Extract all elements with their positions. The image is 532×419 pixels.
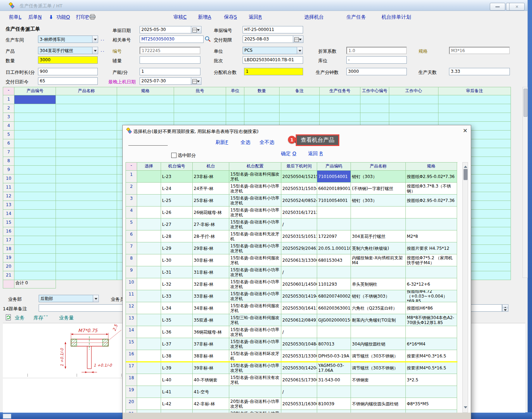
product-name-cell[interactable]: 内螺纹轴套-X向绣框前支架 M4 <box>351 254 406 266</box>
machine-config-cell[interactable]: 15型名扬-自动送料小功率攻牙机 <box>229 242 281 254</box>
machine-code-cell[interactable]: L-37 <box>161 338 193 350</box>
grid-cell[interactable] <box>56 271 117 280</box>
grid-cell[interactable] <box>56 122 117 131</box>
machine-grid-scrollbar[interactable] <box>462 162 468 413</box>
spec-cell[interactable]: 按图纸Φ3.7*8.3（不锈钢） <box>406 183 457 195</box>
audit-button[interactable]: 审核C <box>173 14 187 20</box>
prod-days-input[interactable]: 3.33 <box>449 68 510 75</box>
machine-column-header[interactable]: 产品编码 <box>317 163 351 171</box>
machine-code-cell[interactable]: L-39 <box>161 362 193 374</box>
machine-code-cell[interactable]: L-25 <box>161 195 193 207</box>
machine-name-cell[interactable]: 25非标-林 <box>193 195 229 207</box>
column-header[interactable]: 产品编号 <box>14 87 56 95</box>
machine-config-cell[interactable]: 15型名扬-自动送料伺服攻牙机 <box>229 302 281 314</box>
grid-cell[interactable] <box>438 104 511 113</box>
row-number[interactable]: 4 <box>3 122 14 131</box>
machine-code-cell[interactable]: L-41 <box>161 386 193 398</box>
select-cell[interactable] <box>137 207 161 218</box>
machine-config-cell[interactable]: 15型名扬-自动送料小功率攻牙机 <box>229 278 281 290</box>
grid-cell[interactable] <box>14 201 56 210</box>
row-number[interactable]: 3 <box>3 113 14 122</box>
column-header[interactable]: 批号 <box>174 87 226 95</box>
grid-cell[interactable] <box>14 131 56 139</box>
spec-cell[interactable]: 按要求M4*0.5*16.5 <box>406 362 457 374</box>
grid-cell[interactable] <box>56 183 117 192</box>
product-code-cell[interactable]: 660200189001 <box>317 183 351 195</box>
days-left-input[interactable]: 65 <box>38 77 98 85</box>
last-offline-cell[interactable]: 20250316/172136 <box>281 207 317 218</box>
row-number[interactable]: 13 <box>126 314 137 326</box>
last-offline-cell[interactable]: 20250531/163000 <box>281 398 317 410</box>
business-link[interactable]: 业务 <box>15 315 25 321</box>
grid-cell[interactable] <box>56 192 117 201</box>
save-button[interactable]: 保存S <box>224 14 237 20</box>
product-code-cell[interactable]: DPH50-03-19A <box>317 350 351 362</box>
grid-cell[interactable] <box>56 254 117 262</box>
machine-column-header[interactable]: - <box>126 163 137 171</box>
row-number[interactable]: 1 <box>3 95 14 104</box>
back-link[interactable]: 返回 R <box>308 151 323 157</box>
select-cell[interactable] <box>137 242 161 254</box>
machine-name-cell[interactable]: 40-不锈钢套 <box>193 374 229 386</box>
grid-cell[interactable] <box>14 104 56 113</box>
last-offline-cell[interactable]: 20250530/141946 <box>281 290 317 302</box>
spec-cell[interactable] <box>406 326 457 338</box>
row-number[interactable]: 15 <box>126 338 137 350</box>
machine-config-cell[interactable]: 15型名扬-自动送料小功率攻牙机 <box>229 266 281 278</box>
select-cell[interactable] <box>137 326 161 338</box>
grid-cell[interactable] <box>56 104 117 113</box>
product-name-cell[interactable]: 销钉（不锈钢303） <box>351 290 406 302</box>
spec-cell[interactable]: 按图纸Φ2.95-0.02*7.36 <box>406 171 457 183</box>
last-offline-cell[interactable]: 20250615/173000 <box>281 374 317 386</box>
row-number[interactable]: 19 <box>126 386 137 398</box>
machine-config-cell[interactable]: 15型名扬-自动送料小功率攻牙机 <box>229 195 281 207</box>
view-machine-products-button[interactable]: 查看机台产品 <box>296 134 339 146</box>
grid-cell[interactable] <box>14 271 56 280</box>
machine-config-cell[interactable]: 20型名扬-自动送料小功率攻牙机 <box>229 398 281 410</box>
row-number[interactable]: 18 <box>126 374 137 386</box>
last-offline-cell[interactable]: 20250612/084912 <box>281 314 317 326</box>
machine-config-cell[interactable]: 15型名扬-自动送料小功率攻牙机 <box>229 218 281 230</box>
select-cell[interactable] <box>137 183 161 195</box>
select-cell[interactable] <box>137 302 161 314</box>
product-more-button[interactable]: .. <box>101 47 105 53</box>
product-code-cell[interactable]: 680153043 <box>317 254 351 266</box>
product-code-cell[interactable]: 31-543-00 <box>317 374 351 386</box>
last-offline-cell[interactable]: 20250315/105136 <box>281 230 317 242</box>
row-number[interactable]: 11 <box>3 183 14 192</box>
row-number[interactable]: 10 <box>3 174 14 183</box>
grid-cell[interactable] <box>389 113 438 122</box>
machine-code-cell[interactable]: L-38 <box>161 350 193 362</box>
next-doc-button[interactable]: 后单N <box>28 14 41 20</box>
grid-cell[interactable] <box>14 227 56 236</box>
column-header[interactable]: 数量 <box>244 87 280 95</box>
machine-code-cell[interactable]: L-29 <box>161 242 193 254</box>
grid-cell[interactable] <box>14 95 56 104</box>
product-name-cell[interactable] <box>351 218 406 230</box>
grid-cell[interactable] <box>14 192 56 201</box>
row-number[interactable]: 6 <box>3 139 14 148</box>
spec-cell[interactable] <box>406 218 457 230</box>
product-code-cell[interactable] <box>317 326 351 338</box>
machine-name-cell[interactable]: 35双通-林 <box>193 314 229 326</box>
row-number[interactable]: 9 <box>126 266 137 278</box>
product-code-cell[interactable] <box>317 207 351 218</box>
function-menu-button[interactable]: 功能O <box>56 14 70 20</box>
grid-cell[interactable] <box>280 113 320 122</box>
machine-name-cell[interactable]: 28-手拧-林 <box>193 230 229 242</box>
grid-cell[interactable] <box>389 104 438 113</box>
grid-cell[interactable] <box>14 174 56 183</box>
row-number[interactable]: 20 <box>126 398 137 410</box>
scrollbar-thumb[interactable] <box>463 169 468 180</box>
grid-cell[interactable] <box>320 95 360 104</box>
grid-cell[interactable] <box>56 236 117 245</box>
select-cell[interactable] <box>137 398 161 410</box>
printer-icon[interactable] <box>89 14 96 20</box>
machine-code-cell[interactable]: L-27 <box>161 218 193 230</box>
select-cell[interactable] <box>137 195 161 207</box>
column-header[interactable]: 备注 <box>280 87 320 95</box>
grid-cell[interactable] <box>56 113 117 122</box>
machine-config-cell[interactable]: 15型三蛤-自动送料伺服攻牙机 <box>229 314 281 326</box>
machine-column-header[interactable]: 机台配置 <box>229 163 281 171</box>
new-button[interactable]: 新增A <box>198 14 211 20</box>
